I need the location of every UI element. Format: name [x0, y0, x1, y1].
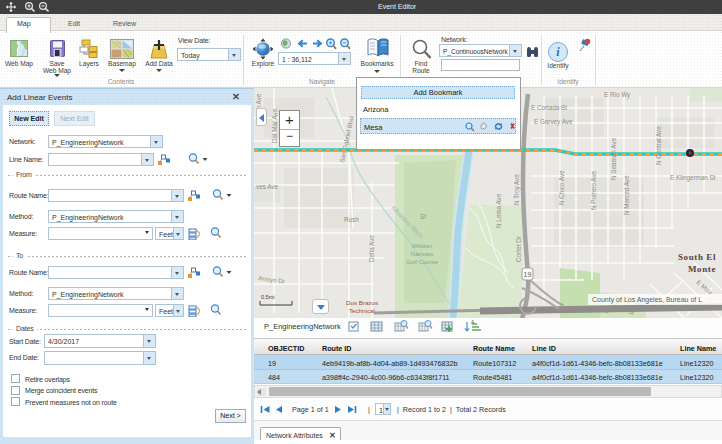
svg-text:Rush: Rush — [344, 216, 359, 223]
svg-text:Technical: Technical — [349, 307, 375, 314]
svg-text:Monte: Monte — [688, 264, 716, 274]
svg-text:19: 19 — [524, 271, 532, 278]
svg-text:N Troy Ave: N Troy Ave — [513, 174, 521, 205]
svg-text:Corter Dr: Corter Dr — [515, 236, 522, 262]
svg-text:Delta Ave: Delta Ave — [368, 235, 375, 262]
svg-text:Del Mar Ave: Del Mar Ave — [271, 108, 278, 143]
svg-text:N Lema Ave: N Lema Ave — [495, 193, 502, 228]
svg-text:0.5mi: 0.5mi — [261, 294, 274, 300]
svg-text:N Chico Ave: N Chico Ave — [558, 170, 565, 205]
svg-text:E Garvey Ave: E Garvey Ave — [534, 118, 573, 126]
svg-text:N Seaman Ave: N Seaman Ave — [610, 138, 617, 180]
svg-text:Whittier: Whittier — [412, 243, 432, 249]
svg-text:N Merced Ave: N Merced Ave — [623, 175, 630, 215]
svg-text:E Cortada St: E Cortada St — [531, 104, 567, 111]
svg-text:ves Ave: ves Ave — [256, 183, 278, 190]
svg-text:N Potrero Ave: N Potrero Ave — [590, 170, 597, 210]
svg-text:Golf Course: Golf Course — [406, 259, 439, 265]
svg-text:Narrows: Narrows — [411, 251, 433, 257]
svg-text:E Klingerman St: E Klingerman St — [670, 174, 716, 182]
svg-text:South El: South El — [678, 252, 716, 262]
svg-text:E Rio Wy: E Rio Wy — [604, 91, 631, 99]
svg-text:Dos Brazos: Dos Brazos — [346, 299, 378, 306]
svg-text:N Central Ave: N Central Ave — [655, 126, 662, 165]
svg-text:St: St — [420, 213, 426, 220]
svg-text:County of Los Angeles, Bureau: County of Los Angeles, Bureau of L — [592, 296, 702, 304]
